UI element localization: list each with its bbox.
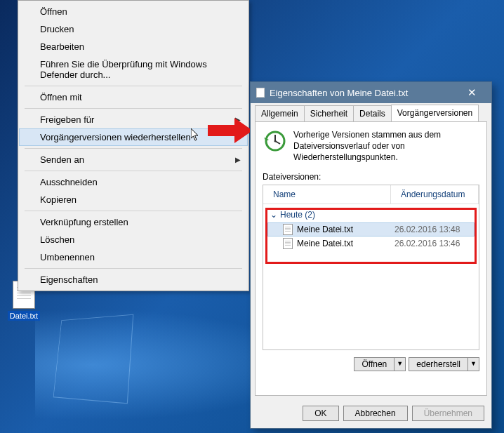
cancel-button[interactable]: Abbrechen [343, 406, 408, 421]
open-button[interactable]: Öffnen [354, 357, 394, 371]
restore-split-button[interactable]: ederherstell ▼ [409, 357, 479, 371]
file-name: Meine Datei.txt [297, 239, 394, 248]
desktop-file-label: Datei.txt [8, 311, 40, 321]
group-heute[interactable]: ⌄ Heute (2) [267, 207, 475, 222]
chevron-down-icon: ⌄ [270, 210, 277, 220]
menu-item[interactable]: Verknüpfung erstellen [19, 213, 248, 231]
desktop-light-box [53, 314, 134, 404]
ok-button[interactable]: OK [303, 406, 338, 421]
cursor-icon [191, 128, 201, 142]
dialog-title: Eigenschaften von Meine Datei.txt [270, 88, 458, 98]
file-date: 26.02.2016 13:46 [394, 239, 472, 248]
file-icon [283, 224, 293, 235]
version-list[interactable]: Name Änderungsdatum ⌄ Heute (2) Meine Da… [263, 185, 479, 350]
chevron-right-icon: ▶ [235, 156, 241, 164]
menu-separator [25, 86, 242, 86]
column-date[interactable]: Änderungsdatum [391, 185, 479, 204]
menu-item[interactable]: Eigenschaften [19, 271, 248, 288]
file-date: 26.02.2016 13:48 [394, 225, 472, 234]
menu-item[interactable]: Drucken [19, 20, 248, 38]
red-arrow-icon [206, 116, 256, 145]
context-menu: ÖffnenDruckenBearbeitenFühren Sie die Üb… [18, 0, 249, 291]
svg-point-3 [274, 140, 277, 142]
list-body: ⌄ Heute (2) Meine Datei.txt26.02.2016 13… [263, 204, 479, 253]
menu-separator [25, 268, 242, 269]
dateiversionen-label: Dateiversionen: [263, 172, 479, 182]
menu-separator [25, 108, 242, 109]
action-row: Öffnen ▼ ederherstell ▼ [263, 357, 479, 371]
menu-separator [25, 211, 242, 211]
tab-sicherheit[interactable]: Sicherheit [304, 105, 354, 121]
tab-panel: Vorherige Versionen stammen aus dem Date… [255, 121, 487, 396]
titlebar[interactable]: Eigenschaften von Meine Datei.txt ✕ [251, 82, 491, 103]
info-row: Vorherige Versionen stammen aus dem Date… [263, 129, 479, 164]
tab-allgemein[interactable]: Allgemein [255, 105, 305, 121]
close-button[interactable]: ✕ [458, 86, 486, 99]
menu-item[interactable]: Öffnen [19, 3, 248, 20]
group-label: Heute (2) [280, 210, 315, 220]
tabstrip: Allgemein Sicherheit Details Vorgängerve… [251, 103, 491, 121]
restore-button[interactable]: ederherstell [409, 357, 468, 371]
list-header: Name Änderungsdatum [263, 185, 479, 204]
file-icon [283, 238, 293, 249]
menu-item[interactable]: Bearbeiten [19, 38, 248, 55]
menu-separator [25, 148, 242, 149]
open-split-button[interactable]: Öffnen ▼ [354, 357, 406, 371]
open-dropdown[interactable]: ▼ [394, 357, 406, 371]
tab-vorganger[interactable]: Vorgängerversionen [391, 105, 479, 121]
menu-item[interactable]: Kopieren [19, 191, 248, 208]
menu-item[interactable]: Führen Sie die Überprüfung mit Windows D… [19, 55, 248, 84]
file-row[interactable]: Meine Datei.txt26.02.2016 13:46 [267, 237, 475, 251]
properties-dialog: Eigenschaften von Meine Datei.txt ✕ Allg… [250, 81, 492, 429]
info-text: Vorherige Versionen stammen aus dem Date… [293, 129, 462, 164]
history-icon [263, 129, 286, 153]
apply-button: Übernehmen [412, 406, 484, 421]
restore-dropdown[interactable]: ▼ [468, 357, 479, 371]
menu-item[interactable]: Löschen [19, 231, 248, 248]
menu-item[interactable]: Senden an▶ [19, 151, 248, 168]
menu-item[interactable]: Ausschneiden [19, 173, 248, 191]
file-row[interactable]: Meine Datei.txt26.02.2016 13:48 [267, 222, 475, 237]
file-name: Meine Datei.txt [297, 225, 394, 234]
tab-details[interactable]: Details [353, 105, 392, 121]
menu-item[interactable]: Umbenennen [19, 248, 248, 266]
column-name[interactable]: Name [263, 185, 391, 204]
menu-item[interactable]: Öffnen mit [19, 88, 248, 106]
dialog-buttons: OK Abbrechen Übernehmen [251, 400, 491, 428]
file-icon [256, 88, 265, 98]
menu-separator [25, 171, 242, 171]
